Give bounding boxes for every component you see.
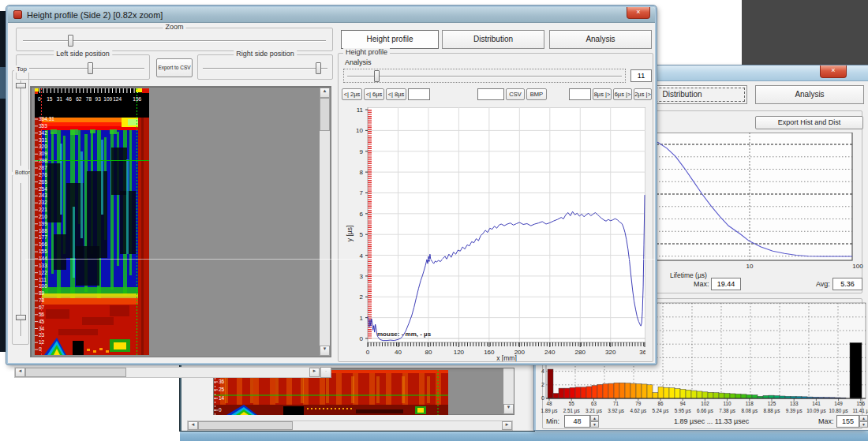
svg-text:144: 144 xyxy=(39,256,47,261)
fwd-8us-button[interactable]: 8µs |> xyxy=(593,88,612,100)
svg-text:149: 149 xyxy=(834,401,843,406)
svg-text:89: 89 xyxy=(39,290,45,296)
tab-analysis[interactable]: Analysis xyxy=(549,30,652,49)
bottom-slider[interactable] xyxy=(16,315,26,320)
svg-text:8.08 µs: 8.08 µs xyxy=(741,408,758,414)
left-position-slider[interactable] xyxy=(88,62,93,74)
fwd-2us-button[interactable]: 2µs |> xyxy=(634,88,652,100)
svg-text:124: 124 xyxy=(113,96,122,102)
svg-text:177: 177 xyxy=(39,234,47,240)
hist-min-spinner[interactable]: 48 ▲ ▼ xyxy=(564,415,599,428)
back-8us-button[interactable]: <| 8µs xyxy=(386,88,406,100)
scroll-thumb[interactable] xyxy=(320,98,330,131)
svg-text:79: 79 xyxy=(635,401,642,406)
scroll-left-button[interactable]: ◄ xyxy=(15,368,25,377)
close-button[interactable]: × xyxy=(820,65,847,78)
scroll-right-button[interactable]: ► xyxy=(502,421,512,430)
svg-text:133: 133 xyxy=(790,401,799,406)
scroll-thumb[interactable] xyxy=(198,421,293,430)
text-field-2[interactable] xyxy=(477,88,504,100)
svg-text:298: 298 xyxy=(39,158,47,163)
scroll-left-button[interactable]: ◄ xyxy=(188,421,198,430)
scrollbar-corner[interactable]: . xyxy=(320,367,331,378)
analysis-label: Analysis xyxy=(345,58,372,66)
back-2us-button[interactable]: <| 2µs xyxy=(342,88,362,100)
svg-text:x [mm]: x [mm] xyxy=(496,354,517,361)
spin-up-button[interactable]: ▲ xyxy=(859,415,868,421)
export-csv-button[interactable]: Export to CSV xyxy=(156,58,193,77)
scroll-down-button[interactable]: ▼ xyxy=(320,346,330,356)
spin-down-button[interactable]: ▼ xyxy=(590,421,599,428)
svg-text:67: 67 xyxy=(39,305,45,310)
svg-text:4: 4 xyxy=(541,368,544,374)
svg-text:7: 7 xyxy=(360,189,364,196)
svg-text:3.21 µs: 3.21 µs xyxy=(586,408,602,414)
svg-text:45: 45 xyxy=(39,319,45,324)
svg-text:166: 166 xyxy=(39,241,47,247)
hist-max-spinner[interactable]: 155 ▲ ▼ xyxy=(836,415,868,428)
svg-text:78: 78 xyxy=(86,96,92,102)
zoom-slider[interactable] xyxy=(68,35,73,47)
aero-window-bottom-border xyxy=(180,429,868,441)
svg-text:11: 11 xyxy=(357,107,364,114)
svg-text:10.09 µs: 10.09 µs xyxy=(806,408,825,414)
right-position-group: Right side position xyxy=(197,54,333,80)
svg-text:254: 254 xyxy=(39,186,47,192)
avg-value-field[interactable]: 5.36 xyxy=(832,278,862,290)
svg-text:276: 276 xyxy=(39,172,47,178)
svg-text:55: 55 xyxy=(569,401,575,406)
back-6us-button[interactable]: <| 6µs xyxy=(364,88,384,100)
csv-button[interactable]: CSV xyxy=(506,88,525,100)
spin-up-button[interactable]: ▲ xyxy=(590,415,599,421)
height-profile-titlebar[interactable]: Height profile (Side 2) [0.82x zoom] × xyxy=(8,7,655,23)
svg-text:2.51 µs: 2.51 µs xyxy=(563,408,580,414)
analysis-slider[interactable] xyxy=(343,69,626,83)
svg-text:232: 232 xyxy=(39,200,47,205)
close-button[interactable]: × xyxy=(627,7,650,19)
scroll-up-button[interactable]: ▲ xyxy=(320,88,330,98)
fwd-6us-button[interactable]: 6µs |> xyxy=(613,88,632,100)
svg-text:23: 23 xyxy=(39,332,45,338)
heatmap-viewport[interactable]: 0153146627893109124156364.31353342331320… xyxy=(30,86,331,357)
tab-analysis[interactable]: Analysis xyxy=(755,85,864,104)
scroll-right-button[interactable]: ► xyxy=(309,368,320,377)
svg-text:94: 94 xyxy=(680,401,687,406)
max-value-field[interactable]: 19.44 xyxy=(711,278,741,290)
vertical-scrollbar[interactable]: ▲ ▼ xyxy=(320,88,330,356)
svg-text:221: 221 xyxy=(39,207,47,212)
horizontal-scrollbar[interactable]: ◄ ► xyxy=(14,367,320,378)
svg-text:9: 9 xyxy=(360,148,364,155)
height-profile-group: Height profile Analysis 11 <| 2µs <| 6µs… xyxy=(338,53,653,362)
tab-height-profile[interactable]: Height profile xyxy=(341,30,439,49)
spin-down-button[interactable]: ▼ xyxy=(859,421,868,428)
svg-text:188: 188 xyxy=(39,228,47,234)
svg-text:0: 0 xyxy=(541,395,544,401)
bmp-button[interactable]: BMP xyxy=(526,88,547,100)
analysis-value-field[interactable]: 11 xyxy=(630,69,652,82)
hist-max-value[interactable]: 155 xyxy=(836,415,859,428)
svg-text:1: 1 xyxy=(360,315,364,322)
scroll-down-button[interactable]: ▼ xyxy=(503,404,514,414)
text-field-1[interactable] xyxy=(408,88,430,100)
svg-text:141: 141 xyxy=(812,401,821,406)
svg-text:11.41 µ: 11.41 µ xyxy=(852,408,868,414)
tab-distribution[interactable]: Distribution xyxy=(442,30,544,49)
hist-min-value[interactable]: 48 xyxy=(564,415,590,428)
text-field-3[interactable] xyxy=(569,88,591,100)
svg-text:15: 15 xyxy=(47,96,53,102)
svg-text:48: 48 xyxy=(546,401,552,406)
svg-text:110: 110 xyxy=(724,401,732,406)
right-position-slider[interactable] xyxy=(316,62,321,74)
top-slider[interactable] xyxy=(16,83,26,88)
background-vertical-scrollbar[interactable]: ▼ xyxy=(503,368,514,414)
svg-text:118: 118 xyxy=(746,401,754,406)
export-hist-dist-button[interactable]: Export Hist and Dist xyxy=(755,116,863,129)
scroll-thumb[interactable] xyxy=(25,368,126,377)
background-horizontal-scrollbar[interactable]: ◄ ► xyxy=(187,420,513,431)
svg-text:2: 2 xyxy=(541,382,544,387)
svg-text:7.38 µs: 7.38 µs xyxy=(719,408,735,414)
svg-text:8.88 µs: 8.88 µs xyxy=(764,408,780,414)
svg-text:10: 10 xyxy=(746,263,754,270)
hist-max-label: Max: xyxy=(818,417,834,425)
right-position-label: Right side position xyxy=(234,50,297,58)
